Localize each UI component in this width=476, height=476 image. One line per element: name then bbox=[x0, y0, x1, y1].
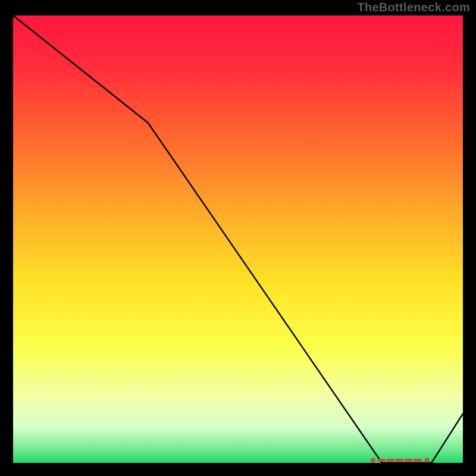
svg-point-0 bbox=[371, 458, 375, 462]
chart-canvas bbox=[0, 0, 476, 476]
watermark-text: TheBottleneck.com bbox=[357, 1, 470, 14]
plot-background bbox=[13, 15, 463, 463]
svg-point-1 bbox=[425, 458, 430, 462]
chart-frame: TheBottleneck.com bbox=[0, 0, 476, 476]
